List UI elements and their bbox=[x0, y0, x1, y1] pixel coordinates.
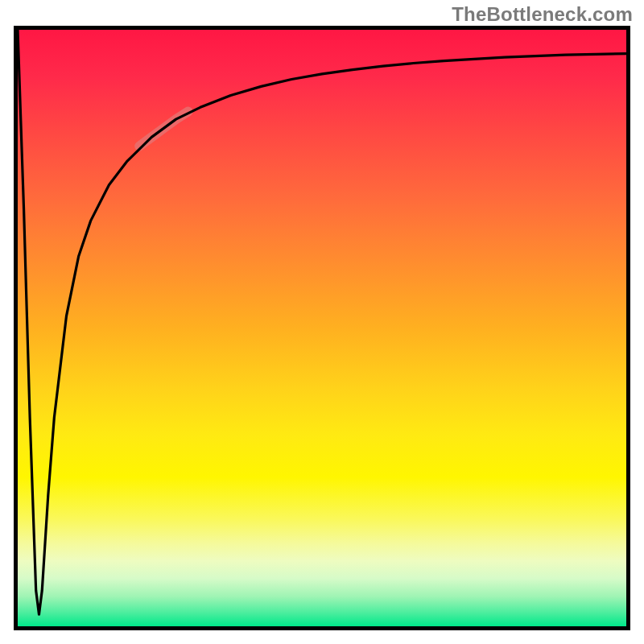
watermark-label: TheBottleneck.com bbox=[452, 3, 633, 26]
curve-layer bbox=[18, 30, 626, 626]
plot-frame bbox=[14, 26, 630, 630]
bottleneck-curve bbox=[18, 30, 626, 614]
chart-stage: TheBottleneck.com bbox=[0, 0, 644, 644]
